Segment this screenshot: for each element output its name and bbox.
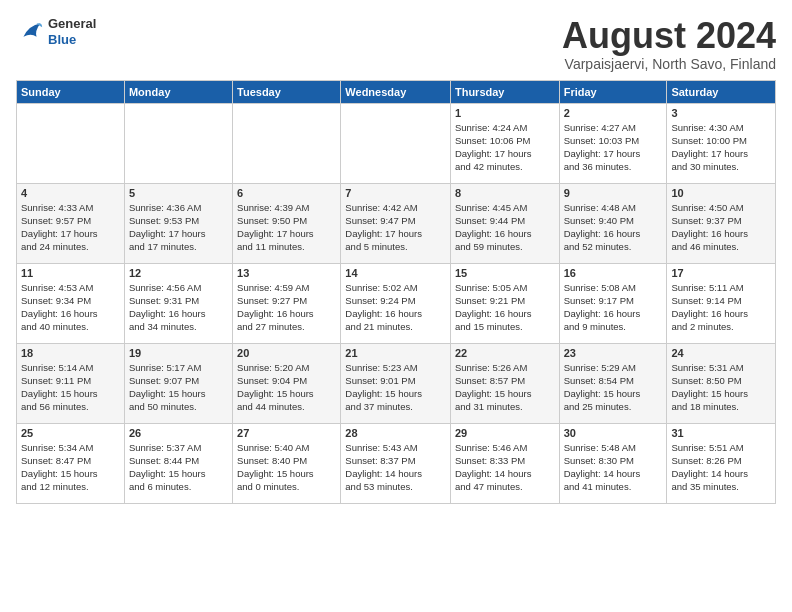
day-number: 14 — [345, 267, 446, 279]
calendar-day-cell: 9Sunrise: 4:48 AM Sunset: 9:40 PM Daylig… — [559, 183, 667, 263]
day-info: Sunrise: 4:59 AM Sunset: 9:27 PM Dayligh… — [237, 281, 336, 334]
calendar-day-cell: 29Sunrise: 5:46 AM Sunset: 8:33 PM Dayli… — [450, 423, 559, 503]
day-number: 20 — [237, 347, 336, 359]
day-info: Sunrise: 5:37 AM Sunset: 8:44 PM Dayligh… — [129, 441, 228, 494]
day-info: Sunrise: 4:27 AM Sunset: 10:03 PM Daylig… — [564, 121, 663, 174]
calendar-day-cell: 7Sunrise: 4:42 AM Sunset: 9:47 PM Daylig… — [341, 183, 451, 263]
day-number: 5 — [129, 187, 228, 199]
calendar-day-cell: 4Sunrise: 4:33 AM Sunset: 9:57 PM Daylig… — [17, 183, 125, 263]
logo-text: General Blue — [48, 16, 96, 47]
calendar-day-cell: 14Sunrise: 5:02 AM Sunset: 9:24 PM Dayli… — [341, 263, 451, 343]
day-number: 6 — [237, 187, 336, 199]
day-info: Sunrise: 4:50 AM Sunset: 9:37 PM Dayligh… — [671, 201, 771, 254]
day-number: 18 — [21, 347, 120, 359]
day-number: 10 — [671, 187, 771, 199]
calendar-day-cell: 10Sunrise: 4:50 AM Sunset: 9:37 PM Dayli… — [667, 183, 776, 263]
day-info: Sunrise: 4:24 AM Sunset: 10:06 PM Daylig… — [455, 121, 555, 174]
calendar-day-cell: 2Sunrise: 4:27 AM Sunset: 10:03 PM Dayli… — [559, 103, 667, 183]
day-number: 12 — [129, 267, 228, 279]
day-number: 19 — [129, 347, 228, 359]
day-info: Sunrise: 5:14 AM Sunset: 9:11 PM Dayligh… — [21, 361, 120, 414]
day-number: 22 — [455, 347, 555, 359]
calendar-day-cell: 25Sunrise: 5:34 AM Sunset: 8:47 PM Dayli… — [17, 423, 125, 503]
day-number: 16 — [564, 267, 663, 279]
day-info: Sunrise: 4:33 AM Sunset: 9:57 PM Dayligh… — [21, 201, 120, 254]
calendar-week-row: 1Sunrise: 4:24 AM Sunset: 10:06 PM Dayli… — [17, 103, 776, 183]
day-number: 7 — [345, 187, 446, 199]
day-info: Sunrise: 5:31 AM Sunset: 8:50 PM Dayligh… — [671, 361, 771, 414]
day-info: Sunrise: 5:29 AM Sunset: 8:54 PM Dayligh… — [564, 361, 663, 414]
calendar-week-row: 25Sunrise: 5:34 AM Sunset: 8:47 PM Dayli… — [17, 423, 776, 503]
day-number: 26 — [129, 427, 228, 439]
calendar-day-cell: 26Sunrise: 5:37 AM Sunset: 8:44 PM Dayli… — [124, 423, 232, 503]
day-number: 2 — [564, 107, 663, 119]
calendar-week-row: 4Sunrise: 4:33 AM Sunset: 9:57 PM Daylig… — [17, 183, 776, 263]
calendar-day-cell: 19Sunrise: 5:17 AM Sunset: 9:07 PM Dayli… — [124, 343, 232, 423]
day-number: 30 — [564, 427, 663, 439]
calendar-header: SundayMondayTuesdayWednesdayThursdayFrid… — [17, 80, 776, 103]
day-info: Sunrise: 5:40 AM Sunset: 8:40 PM Dayligh… — [237, 441, 336, 494]
calendar-day-cell — [341, 103, 451, 183]
day-info: Sunrise: 5:34 AM Sunset: 8:47 PM Dayligh… — [21, 441, 120, 494]
day-of-week-header: Tuesday — [233, 80, 341, 103]
calendar-day-cell: 16Sunrise: 5:08 AM Sunset: 9:17 PM Dayli… — [559, 263, 667, 343]
day-number: 3 — [671, 107, 771, 119]
day-info: Sunrise: 5:43 AM Sunset: 8:37 PM Dayligh… — [345, 441, 446, 494]
calendar-day-cell: 15Sunrise: 5:05 AM Sunset: 9:21 PM Dayli… — [450, 263, 559, 343]
day-info: Sunrise: 5:46 AM Sunset: 8:33 PM Dayligh… — [455, 441, 555, 494]
day-of-week-header: Thursday — [450, 80, 559, 103]
page-header: General Blue August 2024 Varpaisjaervi, … — [16, 16, 776, 72]
day-number: 15 — [455, 267, 555, 279]
day-info: Sunrise: 5:48 AM Sunset: 8:30 PM Dayligh… — [564, 441, 663, 494]
day-info: Sunrise: 4:56 AM Sunset: 9:31 PM Dayligh… — [129, 281, 228, 334]
calendar-day-cell: 20Sunrise: 5:20 AM Sunset: 9:04 PM Dayli… — [233, 343, 341, 423]
calendar-table: SundayMondayTuesdayWednesdayThursdayFrid… — [16, 80, 776, 504]
day-info: Sunrise: 4:45 AM Sunset: 9:44 PM Dayligh… — [455, 201, 555, 254]
calendar-day-cell — [17, 103, 125, 183]
calendar-day-cell: 31Sunrise: 5:51 AM Sunset: 8:26 PM Dayli… — [667, 423, 776, 503]
calendar-week-row: 18Sunrise: 5:14 AM Sunset: 9:11 PM Dayli… — [17, 343, 776, 423]
day-info: Sunrise: 5:02 AM Sunset: 9:24 PM Dayligh… — [345, 281, 446, 334]
calendar-day-cell: 1Sunrise: 4:24 AM Sunset: 10:06 PM Dayli… — [450, 103, 559, 183]
day-of-week-header: Saturday — [667, 80, 776, 103]
calendar-day-cell: 27Sunrise: 5:40 AM Sunset: 8:40 PM Dayli… — [233, 423, 341, 503]
day-info: Sunrise: 5:08 AM Sunset: 9:17 PM Dayligh… — [564, 281, 663, 334]
calendar-day-cell: 12Sunrise: 4:56 AM Sunset: 9:31 PM Dayli… — [124, 263, 232, 343]
day-info: Sunrise: 4:53 AM Sunset: 9:34 PM Dayligh… — [21, 281, 120, 334]
day-info: Sunrise: 5:17 AM Sunset: 9:07 PM Dayligh… — [129, 361, 228, 414]
day-number: 31 — [671, 427, 771, 439]
location-subtitle: Varpaisjaervi, North Savo, Finland — [562, 56, 776, 72]
calendar-day-cell: 8Sunrise: 4:45 AM Sunset: 9:44 PM Daylig… — [450, 183, 559, 263]
day-info: Sunrise: 4:30 AM Sunset: 10:00 PM Daylig… — [671, 121, 771, 174]
days-of-week-row: SundayMondayTuesdayWednesdayThursdayFrid… — [17, 80, 776, 103]
calendar-day-cell: 3Sunrise: 4:30 AM Sunset: 10:00 PM Dayli… — [667, 103, 776, 183]
day-info: Sunrise: 4:36 AM Sunset: 9:53 PM Dayligh… — [129, 201, 228, 254]
day-info: Sunrise: 5:51 AM Sunset: 8:26 PM Dayligh… — [671, 441, 771, 494]
day-info: Sunrise: 5:20 AM Sunset: 9:04 PM Dayligh… — [237, 361, 336, 414]
calendar-day-cell: 18Sunrise: 5:14 AM Sunset: 9:11 PM Dayli… — [17, 343, 125, 423]
calendar-day-cell: 21Sunrise: 5:23 AM Sunset: 9:01 PM Dayli… — [341, 343, 451, 423]
day-info: Sunrise: 5:26 AM Sunset: 8:57 PM Dayligh… — [455, 361, 555, 414]
logo: General Blue — [16, 16, 96, 47]
day-number: 1 — [455, 107, 555, 119]
calendar-day-cell: 30Sunrise: 5:48 AM Sunset: 8:30 PM Dayli… — [559, 423, 667, 503]
day-info: Sunrise: 4:42 AM Sunset: 9:47 PM Dayligh… — [345, 201, 446, 254]
day-number: 4 — [21, 187, 120, 199]
calendar-day-cell: 28Sunrise: 5:43 AM Sunset: 8:37 PM Dayli… — [341, 423, 451, 503]
day-number: 28 — [345, 427, 446, 439]
day-number: 8 — [455, 187, 555, 199]
day-of-week-header: Monday — [124, 80, 232, 103]
day-of-week-header: Friday — [559, 80, 667, 103]
calendar-body: 1Sunrise: 4:24 AM Sunset: 10:06 PM Dayli… — [17, 103, 776, 503]
day-number: 25 — [21, 427, 120, 439]
day-of-week-header: Wednesday — [341, 80, 451, 103]
month-year-title: August 2024 — [562, 16, 776, 56]
day-number: 21 — [345, 347, 446, 359]
day-info: Sunrise: 5:23 AM Sunset: 9:01 PM Dayligh… — [345, 361, 446, 414]
day-of-week-header: Sunday — [17, 80, 125, 103]
calendar-day-cell: 24Sunrise: 5:31 AM Sunset: 8:50 PM Dayli… — [667, 343, 776, 423]
calendar-day-cell: 6Sunrise: 4:39 AM Sunset: 9:50 PM Daylig… — [233, 183, 341, 263]
calendar-day-cell — [124, 103, 232, 183]
calendar-day-cell — [233, 103, 341, 183]
calendar-day-cell: 5Sunrise: 4:36 AM Sunset: 9:53 PM Daylig… — [124, 183, 232, 263]
